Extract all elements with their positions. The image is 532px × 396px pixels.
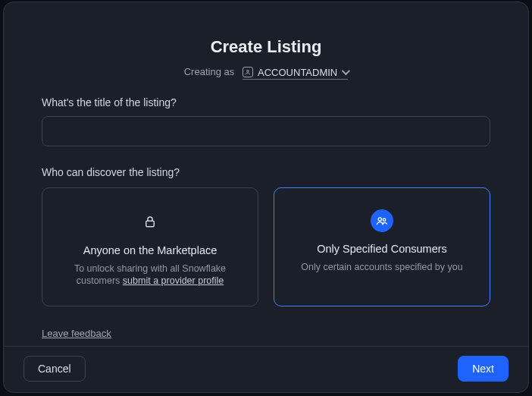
people-icon bbox=[371, 209, 393, 232]
role-selector[interactable]: ACCOUNTADMIN bbox=[243, 67, 348, 80]
chevron-down-icon bbox=[342, 67, 350, 75]
option-specified-consumers[interactable]: Only Specified Consumers Only certain ac… bbox=[274, 187, 490, 307]
role-line: Creating as ACCOUNTADMIN bbox=[42, 66, 490, 80]
svg-rect-1 bbox=[146, 221, 155, 227]
option-desc: To unlock sharing with all Snowflake cus… bbox=[59, 262, 241, 288]
listing-title-input[interactable] bbox=[42, 116, 490, 146]
discover-options: Anyone on the Marketplace To unlock shar… bbox=[42, 187, 490, 307]
title-field-label: What's the title of the listing? bbox=[42, 96, 490, 108]
role-name: ACCOUNTADMIN bbox=[258, 67, 337, 78]
dialog-title: Create Listing bbox=[42, 37, 490, 57]
dialog-body: Create Listing Creating as ACCOUNTADMIN … bbox=[4, 2, 528, 346]
svg-point-2 bbox=[378, 217, 381, 220]
dialog-footer: Cancel Next bbox=[4, 346, 528, 392]
svg-point-0 bbox=[247, 70, 249, 72]
svg-point-3 bbox=[383, 218, 385, 220]
lock-icon bbox=[138, 209, 162, 234]
leave-feedback-link[interactable]: Leave feedback bbox=[42, 328, 111, 339]
creating-as-prefix: Creating as bbox=[184, 66, 234, 77]
submit-provider-profile-link[interactable]: submit a provider profile bbox=[123, 275, 224, 286]
option-title: Only Specified Consumers bbox=[291, 243, 473, 255]
discover-label: Who can discover the listing? bbox=[42, 166, 490, 178]
option-desc: Only certain accounts specified by you bbox=[291, 261, 473, 274]
option-anyone-marketplace[interactable]: Anyone on the Marketplace To unlock shar… bbox=[42, 187, 258, 307]
next-button[interactable]: Next bbox=[458, 356, 509, 382]
cancel-button[interactable]: Cancel bbox=[23, 356, 86, 382]
person-card-icon bbox=[243, 67, 253, 77]
option-title: Anyone on the Marketplace bbox=[59, 244, 241, 256]
create-listing-dialog: Create Listing Creating as ACCOUNTADMIN … bbox=[3, 2, 529, 393]
